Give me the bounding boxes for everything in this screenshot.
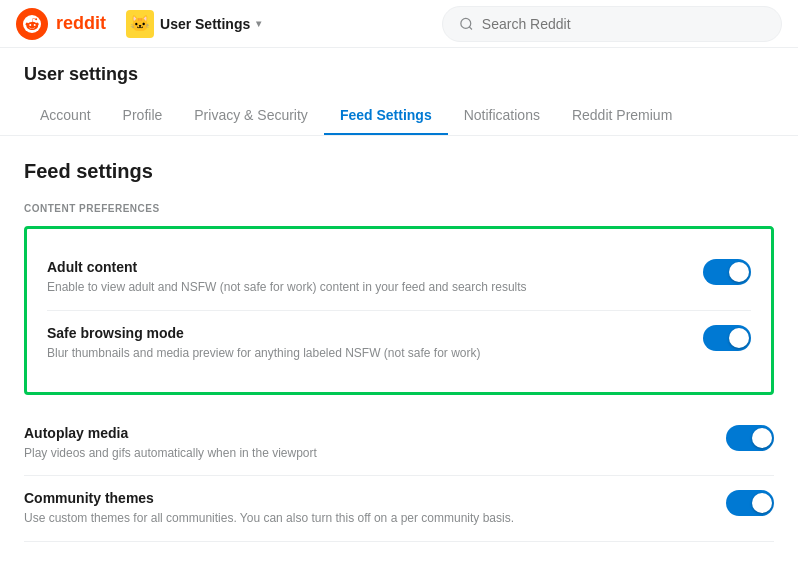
user-settings-label: User Settings <box>160 16 250 32</box>
setting-row-highlighted-0: Adult content Enable to view adult and N… <box>47 245 751 310</box>
reddit-logo-icon <box>16 8 48 40</box>
setting-row-highlighted-1: Safe browsing mode Blur thumbnails and m… <box>47 310 751 376</box>
search-icon <box>459 16 474 32</box>
reddit-wordmark: reddit <box>56 13 106 34</box>
tab-feed[interactable]: Feed Settings <box>324 97 448 135</box>
tab-premium[interactable]: Reddit Premium <box>556 97 688 135</box>
setting-desc: Use custom themes for all communities. Y… <box>24 510 710 527</box>
setting-name: Autoplay media <box>24 425 710 441</box>
svg-point-1 <box>461 18 471 28</box>
reddit-logo[interactable]: reddit <box>16 8 106 40</box>
setting-name: Safe browsing mode <box>47 325 687 341</box>
tab-account[interactable]: Account <box>24 97 107 135</box>
toggle-normal-0[interactable] <box>726 425 774 451</box>
chevron-down-icon: ▾ <box>256 18 261 29</box>
setting-info: Autoplay media Play videos and gifs auto… <box>24 425 726 462</box>
setting-name: Adult content <box>47 259 687 275</box>
setting-desc: Play videos and gifs automatically when … <box>24 445 710 462</box>
toggle-0[interactable] <box>703 259 751 285</box>
setting-row-normal-0: Autoplay media Play videos and gifs auto… <box>24 411 774 477</box>
topnav: reddit 🐱 User Settings ▾ <box>0 0 798 48</box>
page-header: User settings AccountProfilePrivacy & Se… <box>0 48 798 136</box>
setting-row-normal-1: Community themes Use custom themes for a… <box>24 476 774 542</box>
tab-notifications[interactable]: Notifications <box>448 97 556 135</box>
feed-settings-title: Feed settings <box>24 160 774 183</box>
section-label: CONTENT PREFERENCES <box>24 203 774 214</box>
user-settings-button[interactable]: 🐱 User Settings ▾ <box>118 6 269 42</box>
setting-desc: Blur thumbnails and media preview for an… <box>47 345 687 362</box>
setting-info: Safe browsing mode Blur thumbnails and m… <box>47 325 703 362</box>
tab-profile[interactable]: Profile <box>107 97 179 135</box>
toggle-normal-1[interactable] <box>726 490 774 516</box>
normal-rows-container: Autoplay media Play videos and gifs auto… <box>24 411 774 543</box>
setting-desc: Enable to view adult and NSFW (not safe … <box>47 279 687 296</box>
setting-name: Community themes <box>24 490 710 506</box>
tabs-container: AccountProfilePrivacy & SecurityFeed Set… <box>24 97 774 135</box>
setting-info: Adult content Enable to view adult and N… <box>47 259 703 296</box>
feed-settings-content: Feed settings CONTENT PREFERENCES Adult … <box>0 136 798 566</box>
search-bar <box>442 6 782 42</box>
highlighted-preferences-box: Adult content Enable to view adult and N… <box>24 226 774 395</box>
svg-line-2 <box>469 26 472 29</box>
user-avatar-icon: 🐱 <box>126 10 154 38</box>
toggle-1[interactable] <box>703 325 751 351</box>
page-title: User settings <box>24 64 774 85</box>
tab-privacy[interactable]: Privacy & Security <box>178 97 324 135</box>
search-input[interactable] <box>482 16 765 32</box>
setting-info: Community themes Use custom themes for a… <box>24 490 726 527</box>
